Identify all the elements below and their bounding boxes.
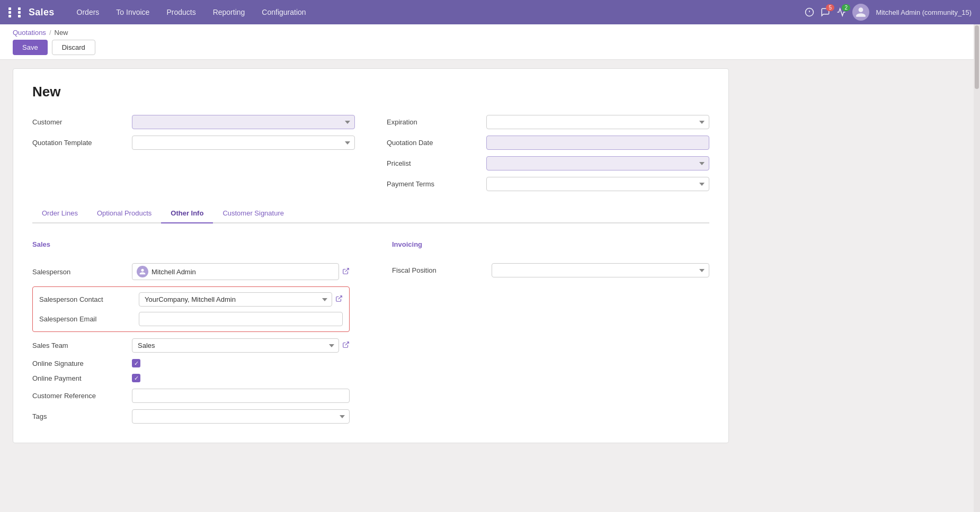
salesperson-label: Salesperson [32, 268, 128, 276]
form-left-section: Customer Quotation Template [32, 115, 355, 191]
salesperson-contact-section: Salesperson Contact YourCompany, Mitchel… [32, 286, 350, 332]
breadcrumb-separator: / [49, 29, 51, 37]
quotation-date-row: Quotation Date 04/07/2022 11:31:20 [387, 136, 709, 150]
breadcrumb-current: New [55, 29, 68, 37]
payment-terms-select[interactable] [486, 177, 709, 191]
payment-terms-row: Payment Terms [387, 177, 709, 191]
tags-select[interactable] [132, 409, 350, 424]
form-right-section: Expiration Quotation Date 04/07/2022 11:… [387, 115, 709, 191]
sales-section-title: Sales [32, 240, 350, 248]
save-button[interactable]: Save [13, 40, 48, 55]
online-signature-label: Online Signature [32, 360, 128, 367]
salesperson-value: Mitchell Admin [152, 268, 196, 276]
salesperson-avatar [137, 266, 148, 277]
fiscal-position-select[interactable] [492, 263, 709, 277]
nav-to-invoice[interactable]: To Invoice [109, 5, 157, 20]
tab-other-info[interactable]: Other Info [161, 204, 213, 223]
svg-line-1 [345, 268, 349, 271]
username-label[interactable]: Mitchell Admin (community_15) [876, 8, 972, 16]
sales-section: Sales Salesperson Mitchell Admin [32, 240, 350, 424]
fiscal-position-label: Fiscal Position [392, 266, 487, 274]
customer-row: Customer [32, 115, 355, 129]
salesperson-contact-row: Salesperson Contact YourCompany, Mitchel… [39, 292, 343, 307]
scrollbar[interactable] [974, 24, 980, 452]
salesperson-email-row: Salesperson Email admin@yourcompany.exam… [39, 312, 343, 326]
customer-label: Customer [32, 118, 128, 126]
nav-orders[interactable]: Orders [69, 5, 107, 20]
salesperson-row: Salesperson Mitchell Admin [32, 263, 350, 280]
customer-select[interactable] [132, 115, 355, 129]
action-buttons: Save Discard [13, 40, 967, 55]
tags-label: Tags [32, 412, 128, 420]
pricelist-select[interactable] [486, 156, 709, 170]
salesperson-input-wrap: Mitchell Admin [132, 263, 350, 280]
template-label: Quotation Template [32, 139, 128, 147]
online-payment-label: Online Payment [32, 374, 128, 382]
tab-other-info-content: Sales Salesperson Mitchell Admin [32, 236, 709, 428]
scrollbar-thumb[interactable] [975, 25, 979, 89]
topnav-right: 5 2 Mitchell Admin (community_15) [805, 4, 972, 21]
nav-reporting[interactable]: Reporting [206, 5, 253, 20]
tab-customer-signature[interactable]: Customer Signature [213, 204, 293, 223]
action-bar: Quotations / New Save Discard [0, 24, 980, 60]
online-payment-row: Online Payment [32, 374, 350, 382]
quotation-date-label: Quotation Date [387, 139, 482, 147]
sales-team-select[interactable]: Sales [132, 338, 339, 353]
payment-terms-label: Payment Terms [387, 180, 482, 188]
nav-products[interactable]: Products [159, 5, 203, 20]
sales-team-input-wrap: Sales [132, 338, 350, 353]
customer-reference-label: Customer Reference [32, 392, 128, 400]
expiration-row: Expiration [387, 115, 709, 129]
avatar[interactable] [852, 4, 869, 21]
template-select[interactable] [132, 136, 355, 150]
record-form: New Customer Quotation Template [13, 68, 729, 443]
invoicing-section-title: Invoicing [392, 240, 709, 248]
top-menu: Orders To Invoice Products Reporting Con… [69, 5, 805, 20]
messages-icon[interactable]: 5 [821, 7, 830, 17]
expiration-select[interactable] [486, 115, 709, 129]
online-payment-checkbox[interactable] [132, 374, 140, 382]
pricelist-label: Pricelist [387, 159, 482, 167]
activity-badge: 2 [842, 4, 850, 11]
top-navigation: Sales Orders To Invoice Products Reporti… [0, 0, 980, 24]
breadcrumb-parent[interactable]: Quotations [13, 29, 46, 37]
nav-configuration[interactable]: Configuration [254, 5, 313, 20]
bug-icon[interactable] [805, 7, 814, 17]
svg-line-3 [345, 342, 349, 345]
svg-line-2 [338, 296, 342, 299]
sales-team-label: Sales Team [32, 342, 128, 349]
salesperson-contact-label: Salesperson Contact [39, 295, 135, 303]
main-content: New Customer Quotation Template [0, 60, 742, 452]
sales-team-row: Sales Team Sales [32, 338, 350, 353]
tab-optional-products[interactable]: Optional Products [87, 204, 161, 223]
tabs-bar: Order Lines Optional Products Other Info… [32, 204, 709, 223]
apps-icon[interactable] [8, 7, 22, 17]
form-header-grid: Customer Quotation Template Expiration [32, 115, 709, 191]
breadcrumb: Quotations / New [13, 29, 967, 37]
app-brand[interactable]: Sales [29, 7, 55, 18]
quotation-date-input[interactable]: 04/07/2022 11:31:20 [486, 136, 709, 150]
salesperson-email-input[interactable]: admin@yourcompany.example.com [139, 312, 343, 326]
other-info-grid: Sales Salesperson Mitchell Admin [32, 240, 709, 424]
salesperson-select-inner[interactable]: Mitchell Admin [132, 263, 339, 280]
salesperson-external-link-icon[interactable] [342, 267, 350, 276]
customer-reference-input[interactable] [132, 389, 350, 403]
activity-icon[interactable]: 2 [836, 7, 846, 17]
sales-team-external-link-icon[interactable] [342, 341, 350, 350]
pricelist-row: Pricelist [387, 156, 709, 170]
tab-order-lines[interactable]: Order Lines [32, 204, 87, 223]
invoicing-section: Invoicing Fiscal Position [392, 240, 709, 424]
record-title: New [32, 84, 709, 100]
online-signature-checkbox[interactable] [132, 359, 140, 367]
tags-row: Tags [32, 409, 350, 424]
salesperson-contact-select[interactable]: YourCompany, Mitchell Admin [139, 292, 332, 307]
discard-button[interactable]: Discard [52, 40, 95, 55]
salesperson-contact-input-wrap: YourCompany, Mitchell Admin [139, 292, 343, 307]
salesperson-contact-external-link-icon[interactable] [335, 295, 343, 304]
messages-badge: 5 [826, 4, 834, 11]
fiscal-position-row: Fiscal Position [392, 263, 709, 277]
online-signature-row: Online Signature [32, 359, 350, 367]
expiration-label: Expiration [387, 118, 482, 126]
template-row: Quotation Template [32, 136, 355, 150]
salesperson-email-label: Salesperson Email [39, 315, 135, 323]
